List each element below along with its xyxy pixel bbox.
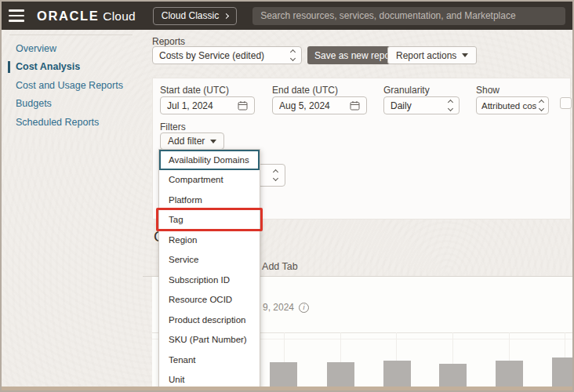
select-updown-icon xyxy=(291,50,295,60)
granularity-select[interactable]: Daily xyxy=(383,96,460,114)
brand-oracle: ORACLE xyxy=(37,9,99,24)
end-date-value[interactable] xyxy=(279,100,345,111)
granularity-value: Daily xyxy=(391,100,444,111)
show-select[interactable]: Attributed cost xyxy=(476,96,549,114)
chart-date-range-fragment: 9, 2024 i xyxy=(263,302,309,313)
end-date-input[interactable] xyxy=(272,96,367,114)
start-date-input[interactable] xyxy=(160,96,255,114)
sidebar-item-label: Scheduled Reports xyxy=(16,117,99,128)
sidebar-item-cost-and-usage-reports[interactable]: Cost and Usage Reports xyxy=(2,76,141,95)
report-actions-button[interactable]: Report actions xyxy=(387,46,477,64)
select-updown-icon xyxy=(449,100,452,111)
sidebar-item-scheduled-reports[interactable]: Scheduled Reports xyxy=(2,113,141,132)
granularity-label: Granularity xyxy=(383,85,430,96)
add-filter-label: Add filter xyxy=(168,136,205,147)
sidebar-item-label: Budgets xyxy=(16,98,52,109)
report-select[interactable]: Costs by Service (edited) xyxy=(152,46,302,64)
menu-item-subscription-id[interactable]: Subscription ID xyxy=(159,270,260,290)
caret-down-icon xyxy=(210,140,216,143)
report-select-value: Costs by Service (edited) xyxy=(159,50,286,61)
menu-item-tag[interactable]: Tag xyxy=(159,210,260,230)
caret-down-icon xyxy=(462,53,468,57)
oracle-cloud-logo: ORACLE Cloud xyxy=(37,9,136,24)
add-filter-menu: Availability DomainsCompartmentPlatformT… xyxy=(158,149,260,392)
cloud-classic-button[interactable]: Cloud Classic xyxy=(153,7,237,25)
select-updown-icon xyxy=(274,170,278,180)
chart-bar xyxy=(552,358,574,390)
info-icon: i xyxy=(299,303,309,313)
report-actions-label: Report actions xyxy=(396,50,456,61)
menu-item-product-description[interactable]: Product description xyxy=(159,310,260,330)
menu-item-resource-ocid[interactable]: Resource OCID xyxy=(159,290,260,310)
end-date-label: End date (UTC) xyxy=(272,85,338,96)
menu-item-service[interactable]: Service xyxy=(159,250,260,270)
sidebar-item-label: Overview xyxy=(16,43,56,54)
active-indicator xyxy=(8,61,10,73)
brand-cloud: Cloud xyxy=(103,9,136,24)
sidebar-divider xyxy=(9,34,133,35)
start-date-value[interactable] xyxy=(167,100,233,111)
add-tab-button[interactable]: + Add Tab xyxy=(254,261,298,272)
hamburger-menu-icon[interactable] xyxy=(9,9,24,22)
sidebar-item-label: Cost Analysis xyxy=(16,61,80,72)
sidebar-item-budgets[interactable]: Budgets xyxy=(2,95,141,114)
menu-item-tenant[interactable]: Tenant xyxy=(159,350,260,370)
sidebar-item-label: Cost and Usage Reports xyxy=(16,80,123,91)
attribution-checkbox[interactable] xyxy=(560,97,572,109)
chevron-right-icon xyxy=(223,13,229,18)
start-date-label: Start date (UTC) xyxy=(160,85,229,96)
sidebar: OverviewCost AnalysisCost and Usage Repo… xyxy=(2,39,141,132)
calendar-icon xyxy=(350,100,360,111)
date-fragment-text: 9, 2024 xyxy=(263,302,294,313)
add-filter-button[interactable]: Add filter xyxy=(160,132,224,150)
show-value: Attributed cost xyxy=(481,101,536,111)
reports-section-label: Reports xyxy=(152,36,185,47)
calendar-icon xyxy=(238,100,248,111)
menu-item-platform[interactable]: Platform xyxy=(159,190,260,210)
sidebar-item-cost-analysis[interactable]: Cost Analysis xyxy=(2,58,141,77)
search-input[interactable] xyxy=(252,7,565,25)
select-updown-icon xyxy=(539,100,543,111)
menu-item-availability-domains[interactable]: Availability Domains xyxy=(159,150,260,170)
cloud-classic-label: Cloud Classic xyxy=(162,10,219,21)
menu-item-sku-part-number[interactable]: SKU (Part Number) xyxy=(159,330,260,350)
bottom-window-bar xyxy=(2,387,572,390)
show-label: Show xyxy=(476,85,500,96)
sidebar-item-overview[interactable]: Overview xyxy=(2,39,141,58)
filters-label: Filters xyxy=(160,122,186,132)
topbar: ORACLE Cloud Cloud Classic xyxy=(2,2,572,30)
app-window: ORACLE Cloud Cloud Classic OverviewCost … xyxy=(0,0,574,392)
menu-item-compartment[interactable]: Compartment xyxy=(159,170,260,191)
menu-item-region[interactable]: Region xyxy=(159,230,260,250)
